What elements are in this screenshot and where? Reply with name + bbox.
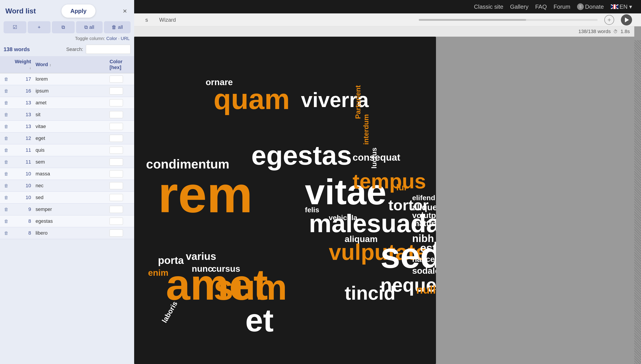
cloud-word[interactable]: mattis xyxy=(412,219,435,228)
cloud-word[interactable]: egestas xyxy=(251,140,352,170)
language-selector[interactable]: EN ▾ xyxy=(610,3,632,10)
color-cell[interactable] xyxy=(107,156,134,168)
classic-site-link[interactable]: Classic site xyxy=(474,3,503,10)
delete-row-button[interactable]: 🗑 xyxy=(2,100,10,106)
gallery-link[interactable]: Gallery xyxy=(510,3,528,10)
delete-row-button[interactable]: 🗑 xyxy=(2,194,10,201)
word-cell[interactable]: sem xyxy=(33,156,107,168)
color-cell[interactable] xyxy=(107,132,134,144)
delete-row-button[interactable]: 🗑 xyxy=(2,147,10,154)
cloud-word[interactable]: Parturient xyxy=(354,85,362,119)
cloud-word[interactable]: tincid xyxy=(345,282,395,304)
cloud-word[interactable]: nascetur xyxy=(412,255,436,264)
cloud-word[interactable]: laboris xyxy=(160,300,179,324)
apply-button[interactable]: Apply xyxy=(62,4,96,18)
play-button[interactable] xyxy=(621,14,632,26)
cloud-word[interactable]: et xyxy=(245,302,273,338)
color-swatch[interactable] xyxy=(110,87,123,94)
color-cell[interactable] xyxy=(107,227,134,239)
donate-button[interactable]: $ Donate xyxy=(577,3,604,10)
word-cell[interactable]: semper xyxy=(33,204,107,216)
color-swatch[interactable] xyxy=(110,218,123,225)
word-cell[interactable]: ipsum xyxy=(33,85,107,97)
subnav-s[interactable]: s xyxy=(143,16,150,24)
word-cell[interactable]: libero xyxy=(33,227,107,239)
tb-copy-button[interactable]: ⧉ xyxy=(52,21,75,33)
color-swatch[interactable] xyxy=(110,111,123,118)
delete-row-button[interactable]: 🗑 xyxy=(2,230,10,237)
add-to-cloud-button[interactable]: + xyxy=(604,15,614,25)
delete-row-button[interactable]: 🗑 xyxy=(2,88,10,94)
delete-row-button[interactable]: 🗑 xyxy=(2,170,10,178)
color-swatch[interactable] xyxy=(110,146,123,154)
word-cell[interactable]: quis xyxy=(33,144,107,156)
word-cell[interactable]: nec xyxy=(33,180,107,192)
color-swatch[interactable] xyxy=(110,182,123,189)
cloud-word[interactable]: sum xyxy=(214,267,287,307)
cloud-word[interactable]: consequat xyxy=(353,152,400,163)
toggle-color-link[interactable]: Color xyxy=(107,36,117,41)
color-cell[interactable] xyxy=(107,216,134,227)
color-cell[interactable] xyxy=(107,204,134,216)
forum-link[interactable]: Forum xyxy=(553,3,570,10)
color-swatch[interactable] xyxy=(110,206,123,213)
word-cell[interactable]: eget xyxy=(33,132,107,144)
color-cell[interactable] xyxy=(107,192,134,204)
toggle-url-link[interactable]: URL xyxy=(121,36,130,41)
word-cell[interactable]: sed xyxy=(33,192,107,204)
color-cell[interactable] xyxy=(107,109,134,121)
cloud-word[interactable]: nulla xyxy=(416,284,436,296)
cloud-word[interactable]: lui xyxy=(396,182,406,192)
tb-check-button[interactable]: ☑ xyxy=(4,21,26,33)
delete-row-button[interactable]: 🗑 xyxy=(2,76,10,83)
cloud-word[interactable]: tempus xyxy=(353,170,426,193)
search-input[interactable] xyxy=(86,45,131,54)
text-input-bar[interactable] xyxy=(419,19,598,21)
faq-link[interactable]: FAQ xyxy=(535,3,547,10)
word-cell[interactable]: vitae xyxy=(33,121,107,132)
color-swatch[interactable] xyxy=(110,99,123,106)
color-swatch[interactable] xyxy=(110,76,123,83)
word-cell[interactable]: sit xyxy=(33,109,107,121)
delete-row-button[interactable]: 🗑 xyxy=(2,182,10,189)
color-cell[interactable] xyxy=(107,73,134,85)
tb-add-button[interactable]: + xyxy=(28,21,51,33)
weight-header[interactable]: Weight ↓ xyxy=(13,56,33,73)
cloud-word[interactable]: quam xyxy=(214,83,290,115)
table-row: 🗑11sem xyxy=(0,156,134,168)
color-swatch[interactable] xyxy=(110,123,123,130)
color-cell[interactable] xyxy=(107,180,134,192)
color-cell[interactable] xyxy=(107,168,134,180)
tb-copy-all-button[interactable]: ⧉ all xyxy=(76,21,103,33)
color-cell[interactable] xyxy=(107,97,134,109)
table-row: 🗑17lorem xyxy=(0,73,134,85)
tb-delete-all-button[interactable]: 🗑 all xyxy=(104,21,131,33)
color-cell[interactable] xyxy=(107,85,134,97)
delete-row-button[interactable]: 🗑 xyxy=(2,218,10,225)
delete-row-button[interactable]: 🗑 xyxy=(2,111,10,118)
color-swatch[interactable] xyxy=(110,230,123,237)
subnav-wizard[interactable]: Wizard xyxy=(157,16,178,24)
color-swatch[interactable] xyxy=(110,158,123,166)
color-swatch[interactable] xyxy=(110,135,123,142)
color-cell[interactable] xyxy=(107,121,134,132)
word-cell[interactable]: egestas xyxy=(33,216,107,227)
cloud-word[interactable]: rem xyxy=(158,166,253,223)
color-cell[interactable] xyxy=(107,144,134,156)
word-cell[interactable]: massa xyxy=(33,168,107,180)
delete-row-button[interactable]: 🗑 xyxy=(2,123,10,130)
delete-row-button[interactable]: 🗑 xyxy=(2,206,10,213)
close-button[interactable]: × xyxy=(121,6,129,16)
delete-row-button[interactable]: 🗑 xyxy=(2,159,10,166)
cloud-word[interactable]: interdum xyxy=(362,114,370,145)
delete-row-button[interactable]: 🗑 xyxy=(2,135,10,142)
cloud-word[interactable]: enim xyxy=(148,268,168,278)
color-swatch[interactable] xyxy=(110,194,123,201)
right-scrollbar[interactable] xyxy=(634,40,641,364)
copy-icon: ⧉ xyxy=(62,24,65,30)
cloud-word[interactable]: sodales xyxy=(412,266,436,276)
word-cell[interactable]: lorem xyxy=(33,73,107,85)
color-swatch[interactable] xyxy=(110,170,123,178)
word-header[interactable]: Word ↕ xyxy=(33,56,107,73)
word-cell[interactable]: amet xyxy=(33,97,107,109)
